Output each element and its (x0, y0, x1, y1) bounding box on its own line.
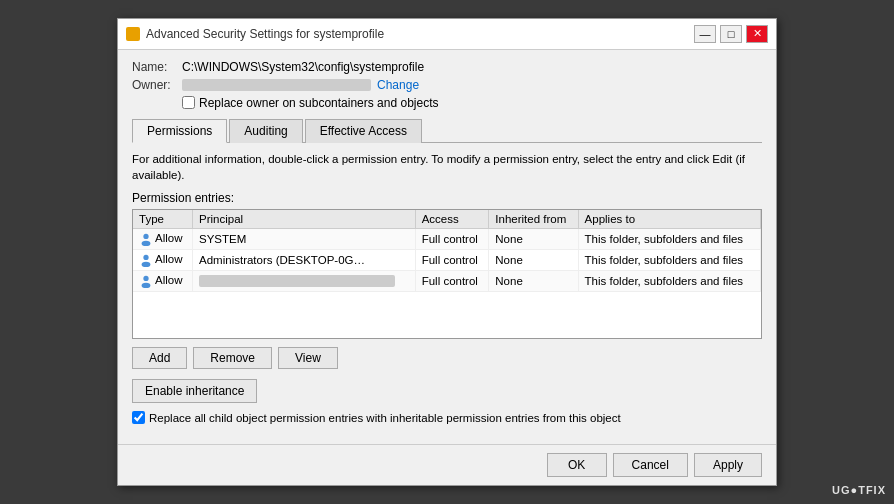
replace-owner-checkbox[interactable] (182, 96, 195, 109)
col-access: Access (415, 210, 489, 229)
svg-point-2 (143, 255, 148, 260)
replace-child-checkbox[interactable] (132, 411, 145, 424)
owner-row: Owner: ████ (DESKTOP-0GQ6CEG\████) Chang… (132, 78, 762, 92)
name-value: C:\WINDOWS\System32\config\systemprofile (182, 60, 424, 74)
tab-effective-access[interactable]: Effective Access (305, 119, 422, 143)
col-applies: Applies to (578, 210, 760, 229)
remove-button[interactable]: Remove (193, 347, 272, 369)
replace-owner-row: Replace owner on subcontainers and objec… (182, 96, 762, 110)
titlebar: Advanced Security Settings for systempro… (118, 19, 776, 50)
tab-auditing[interactable]: Auditing (229, 119, 302, 143)
table-row[interactable]: Allow████ (DESKTOP-0GQ6CEG\████…Full con… (133, 271, 761, 292)
replace-child-label: Replace all child object permission entr… (149, 412, 621, 424)
minimize-button[interactable]: — (694, 25, 716, 43)
view-button[interactable]: View (278, 347, 338, 369)
dialog-content: Name: C:\WINDOWS\System32\config\systemp… (118, 50, 776, 444)
permission-table: Type Principal Access Inherited from App… (133, 210, 761, 292)
principal-blurred: ████ (DESKTOP-0GQ6CEG\████… (199, 275, 395, 287)
apply-button[interactable]: Apply (694, 453, 762, 477)
watermark: UG●TFIX (832, 484, 886, 496)
tab-permissions[interactable]: Permissions (132, 119, 227, 143)
replace-child-row: Replace all child object permission entr… (132, 411, 762, 424)
add-button[interactable]: Add (132, 347, 187, 369)
user-icon (139, 274, 153, 288)
name-label: Name: (132, 60, 182, 74)
permission-entries-label: Permission entries: (132, 191, 762, 205)
owner-name-blurred: ████ (DESKTOP-0GQ6CEG\████) (182, 79, 371, 91)
col-principal: Principal (193, 210, 416, 229)
tab-bar: Permissions Auditing Effective Access (132, 118, 762, 143)
window-title: Advanced Security Settings for systempro… (146, 27, 688, 41)
svg-point-4 (143, 276, 148, 281)
description-text: For additional information, double-click… (132, 151, 762, 183)
table-row[interactable]: AllowSYSTEMFull controlNoneThis folder, … (133, 229, 761, 250)
user-icon (139, 232, 153, 246)
window-icon (126, 27, 140, 41)
cancel-button[interactable]: Cancel (613, 453, 688, 477)
svg-point-1 (142, 241, 151, 246)
svg-point-5 (142, 283, 151, 288)
close-button[interactable]: ✕ (746, 25, 768, 43)
owner-label: Owner: (132, 78, 182, 92)
svg-point-3 (142, 262, 151, 267)
name-row: Name: C:\WINDOWS\System32\config\systemp… (132, 60, 762, 74)
maximize-button[interactable]: □ (720, 25, 742, 43)
user-icon (139, 253, 153, 267)
col-type: Type (133, 210, 193, 229)
main-window: Advanced Security Settings for systempro… (117, 18, 777, 486)
table-row[interactable]: AllowAdministrators (DESKTOP-0G…Full con… (133, 250, 761, 271)
table-action-buttons: Add Remove View (132, 347, 762, 369)
enable-inheritance-button[interactable]: Enable inheritance (132, 379, 257, 403)
replace-owner-label: Replace owner on subcontainers and objec… (199, 96, 438, 110)
owner-value: ████ (DESKTOP-0GQ6CEG\████) Change (182, 78, 419, 92)
table-header-row: Type Principal Access Inherited from App… (133, 210, 761, 229)
svg-point-0 (143, 234, 148, 239)
permission-table-container: Type Principal Access Inherited from App… (132, 209, 762, 339)
ok-button[interactable]: OK (547, 453, 607, 477)
col-inherited: Inherited from (489, 210, 578, 229)
dialog-footer: OK Cancel Apply (118, 444, 776, 485)
window-controls: — □ ✕ (694, 25, 768, 43)
change-owner-link[interactable]: Change (377, 78, 419, 92)
